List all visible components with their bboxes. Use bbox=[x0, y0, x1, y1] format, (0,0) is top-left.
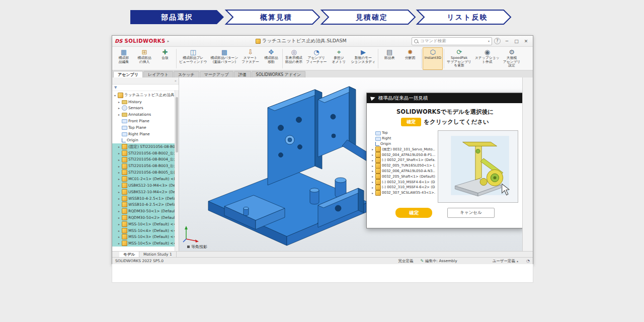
expand-arrow-icon[interactable]: ▸ bbox=[118, 222, 122, 226]
expand-panel-icon[interactable]: » bbox=[175, 79, 177, 83]
command-tab[interactable]: スケッチ bbox=[174, 71, 199, 77]
tree-item[interactable]: Front Plane bbox=[112, 118, 175, 124]
ribbon-button[interactable]: ▤ 部品表 bbox=[379, 47, 399, 70]
ribbon-button[interactable] bbox=[176, 49, 177, 68]
tree-item[interactable]: ▸ MSS-10<3> (Default) <<Default>... bbox=[112, 234, 175, 240]
dialog-title-bar[interactable]: 標準品/従来品一括見積 bbox=[367, 93, 522, 103]
ribbon-button[interactable] bbox=[378, 49, 378, 68]
confirm-button[interactable]: 確定 bbox=[395, 208, 432, 218]
tree-item[interactable]: ▸ STI2201056-08-B005_㊧押さえブレ... bbox=[112, 170, 175, 176]
expand-arrow-icon[interactable]: ▸ bbox=[118, 145, 122, 148]
expand-arrow-icon[interactable]: ▸ bbox=[372, 164, 375, 168]
ribbon-button[interactable]: ◫ 構成部品プレ ビューウィンドウ bbox=[178, 47, 209, 70]
command-tab[interactable]: アセンブリ bbox=[113, 71, 143, 77]
command-tab[interactable]: マークアップ bbox=[200, 71, 233, 77]
cancel-button[interactable]: キャンセル bbox=[447, 208, 495, 218]
tree-item[interactable]: ▸ MSS-10<5> (Default) <<Default>... bbox=[112, 240, 175, 247]
ribbon-button[interactable]: ⌖ 参照ジ オメトリ bbox=[329, 47, 349, 70]
expand-arrow-icon[interactable]: ▸ bbox=[118, 177, 122, 181]
tree-item[interactable]: ▸ Annotations bbox=[112, 111, 175, 118]
expand-arrow-icon[interactable]: ▸ bbox=[118, 106, 122, 110]
expand-arrow-icon[interactable]: ▸ bbox=[372, 175, 375, 178]
ribbon-button[interactable] bbox=[282, 49, 283, 68]
expand-arrow-icon[interactable]: ▸ bbox=[118, 100, 122, 104]
expand-arrow-icon[interactable]: ▸ bbox=[118, 165, 122, 168]
ribbon-button[interactable]: ✥ 構成部品 移動 bbox=[261, 47, 281, 70]
dialog-tree-item[interactable]: Right bbox=[372, 136, 435, 141]
expand-arrow-icon[interactable]: ▸ bbox=[372, 191, 375, 195]
assembly-3d-model[interactable] bbox=[191, 82, 392, 248]
ribbon-button[interactable]: ⬡ Instant3D bbox=[423, 47, 443, 70]
ribbon-button[interactable]: ✸ 分解図 bbox=[400, 47, 420, 70]
ribbon-button[interactable]: ▦ 構成部 品編集 bbox=[114, 47, 134, 70]
expand-arrow-icon[interactable]: ▸ bbox=[372, 186, 375, 189]
dialog-tree-item[interactable]: Top bbox=[372, 130, 435, 136]
expand-arrow-icon[interactable]: ▸ bbox=[118, 190, 122, 194]
expand-arrow-icon[interactable]: ▸ bbox=[118, 158, 122, 162]
tree-item[interactable]: Origin bbox=[112, 137, 175, 144]
ribbon-button[interactable]: ⊞ 構成部品 の挿入 bbox=[134, 47, 154, 70]
dialog-tree-item[interactable]: ▸ (-) 0032_207_Shaft<1> (Defa... bbox=[372, 157, 435, 163]
tree-item[interactable]: ▸ USBKS12-10-M4<3> (Default) <D... bbox=[112, 182, 175, 189]
dialog-tree-item[interactable]: ▸ 0032_006_ATPA19L050-A-N3... bbox=[372, 169, 435, 174]
tree-item[interactable]: ▸ MSS-10<1> (Default) <<Default>... bbox=[112, 221, 175, 227]
ribbon-button[interactable]: ⟳ SpeedPak サブアセンブリ を更新 bbox=[445, 47, 473, 70]
document-tab[interactable]: モデル bbox=[119, 252, 139, 257]
tree-item[interactable]: ▸ STI2201056-08-B003_㊧ガイドブロッ... bbox=[112, 163, 175, 170]
expand-arrow-icon[interactable]: ▸ bbox=[118, 209, 122, 213]
expand-arrow-icon[interactable]: ▸ bbox=[372, 147, 375, 151]
dialog-tree-item[interactable]: ▸ 0032_004_ATPA19L050-B-P1... bbox=[372, 152, 435, 157]
expand-arrow-icon[interactable]: ▸ bbox=[118, 171, 122, 174]
tree-item[interactable]: ▾ ラッチユニットビス止め治具 (Default) <D bbox=[112, 92, 175, 99]
tree-item[interactable]: ▸ RQDM30-50<1> (Default) <<Default... bbox=[112, 208, 175, 214]
expand-arrow-icon[interactable]: ▸ bbox=[372, 169, 375, 173]
expand-arrow-icon[interactable]: ▸ bbox=[118, 203, 122, 206]
expand-arrow-icon[interactable]: ▸ bbox=[372, 158, 375, 162]
ribbon-button[interactable] bbox=[444, 49, 444, 68]
tree-scrollbar-thumb[interactable] bbox=[176, 97, 178, 152]
tree-item[interactable]: ▸ WSSB10-4-2.5<1> (Default) <<Defa... bbox=[112, 195, 175, 202]
ribbon-button[interactable]: ⇩ スマート ファスナー bbox=[240, 47, 261, 70]
dialog-tree-item[interactable]: ▸ 0032_307_SCSLAW35-43<1>... bbox=[372, 190, 435, 196]
document-tab[interactable]: Motion Study 1 bbox=[139, 252, 177, 257]
graphics-viewport[interactable]: 等角投影 標準品/従来品一括見積 SOLIDWORKSでモデルを選択後に 確定 … bbox=[179, 77, 522, 251]
expand-arrow-icon[interactable]: ▸ bbox=[118, 197, 122, 200]
tree-item[interactable]: ▸ STI2201056-08-B002_㊧スタンドブレ... bbox=[112, 150, 175, 156]
expand-arrow-icon[interactable]: ▸ bbox=[118, 184, 122, 187]
help-button[interactable]: ? bbox=[494, 38, 501, 44]
dialog-tree-item[interactable]: ▸ (固定) 0032_101_Servo_Moto... bbox=[372, 146, 435, 152]
ribbon-button[interactable]: ◎ 非表示構成 部品の表示 bbox=[284, 47, 304, 70]
ribbon-button[interactable]: ✚ 合致 bbox=[155, 47, 175, 70]
filter-icon[interactable]: ▼ bbox=[114, 86, 117, 90]
ribbon-button[interactable]: ◉ スナップショッ ト作成 bbox=[473, 47, 501, 70]
dialog-tree-item[interactable]: ▸ 0032_205_Shaft<1> (Default)... bbox=[372, 174, 435, 179]
tree-scrollbar[interactable] bbox=[175, 90, 179, 251]
tree-item[interactable]: Top Plane bbox=[112, 124, 175, 131]
dialog-tree-item[interactable]: Origin bbox=[372, 141, 435, 147]
status-right-icon[interactable]: ◔ bbox=[526, 259, 530, 263]
ribbon-button[interactable]: ▶ 新規のモー ションスタディ bbox=[350, 47, 377, 70]
expand-arrow-icon[interactable]: ▸ bbox=[118, 235, 122, 238]
command-tab[interactable]: SOLIDWORKS アドイン bbox=[252, 71, 306, 77]
dialog-tree-item[interactable]: ▸ 0032_005_TUN165L050<1> (... bbox=[372, 163, 435, 169]
tree-item[interactable]: ▸ STI2201056-08-B004_㊧ガイドブロッ... bbox=[112, 156, 175, 163]
expand-arrow-icon[interactable]: ▸ bbox=[118, 113, 122, 116]
expand-arrow-icon[interactable]: ▸ bbox=[118, 242, 122, 245]
tree-item[interactable]: ▸ MSS-10<4> (Default) <<Default>... bbox=[112, 227, 175, 234]
dialog-tree-item[interactable]: ▸ (-) 0032_310_MSSF4-6<1> (D... bbox=[372, 179, 435, 185]
expand-arrow-icon[interactable]: ▸ bbox=[118, 216, 122, 219]
logo-caret-icon[interactable]: ▸ bbox=[168, 39, 170, 43]
maximize-button[interactable]: □ bbox=[512, 39, 521, 44]
ribbon-button[interactable]: ⚙ 大規模 アセンブリ 設定 bbox=[502, 47, 522, 70]
tree-item[interactable]: ▸ History bbox=[112, 99, 175, 105]
tree-item[interactable]: ▸ RQDM30-50<2> (Default) <<Defa... bbox=[112, 214, 175, 221]
expand-arrow-icon[interactable]: ▸ bbox=[372, 180, 375, 184]
expand-arrow-icon[interactable]: ▸ bbox=[372, 153, 375, 156]
units-selector[interactable]: ユーザー定義 ▴ bbox=[493, 259, 518, 264]
tree-item[interactable]: Right Plane bbox=[112, 131, 175, 137]
tree-item[interactable]: ▸ Sensors bbox=[112, 105, 175, 112]
command-tab[interactable]: 評価 bbox=[234, 71, 251, 77]
ribbon-button[interactable]: ◔ アセンブリ フィーチャー bbox=[304, 47, 328, 70]
command-search-input[interactable]: コマンド検索 ▾ bbox=[412, 37, 492, 45]
tree-item[interactable]: ▸ WSSB10-4-2.5<2> (Default) <<Defa... bbox=[112, 202, 175, 208]
